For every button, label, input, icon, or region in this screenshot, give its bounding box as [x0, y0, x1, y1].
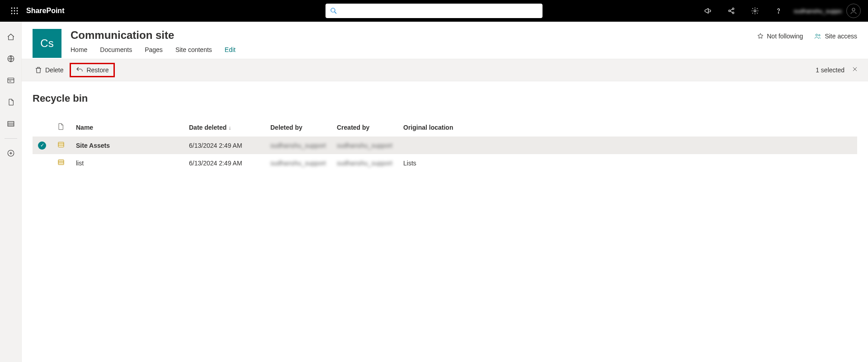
- not-following-label: Not following: [767, 33, 803, 40]
- svg-point-0: [11, 8, 13, 9]
- search-input[interactable]: [341, 7, 538, 14]
- col-loc-label: Original location: [403, 124, 453, 131]
- col-name-label: Name: [76, 124, 93, 131]
- help-icon[interactable]: [768, 0, 789, 22]
- row-select-cell[interactable]: ✓: [33, 154, 52, 172]
- svg-point-3: [11, 10, 13, 12]
- rail-file-icon[interactable]: [0, 92, 22, 112]
- delete-label: Delete: [45, 66, 63, 74]
- restore-button[interactable]: Restore: [70, 63, 114, 77]
- row-type-icon-cell: [52, 136, 71, 154]
- col-original-location[interactable]: Original location: [398, 118, 857, 136]
- table-row[interactable]: ✓list6/13/2024 2:49 AMsudhanshu_supports…: [33, 154, 857, 172]
- svg-point-17: [778, 13, 778, 13]
- file-icon: [57, 122, 64, 131]
- svg-point-9: [331, 8, 335, 12]
- avatar[interactable]: [846, 4, 861, 18]
- app-launcher-button[interactable]: [4, 0, 25, 22]
- svg-point-7: [14, 13, 15, 14]
- svg-rect-33: [58, 142, 64, 147]
- nav-documents[interactable]: Documents: [100, 46, 132, 53]
- site-logo[interactable]: Cs: [33, 29, 61, 58]
- topbar-right: sudhanshu_suppo: [697, 0, 864, 22]
- sort-desc-icon: ↓: [228, 125, 231, 131]
- svg-point-18: [852, 8, 855, 11]
- svg-line-14: [730, 9, 732, 10]
- list-icon: [57, 159, 65, 167]
- clear-selection-button[interactable]: [850, 64, 860, 76]
- row-name[interactable]: Site Assets: [71, 136, 184, 154]
- col-name[interactable]: Name: [71, 118, 184, 136]
- restore-label: Restore: [86, 66, 108, 74]
- star-icon: [757, 33, 764, 40]
- svg-point-16: [754, 10, 756, 12]
- row-name[interactable]: list: [71, 154, 184, 172]
- rail-news-icon[interactable]: [0, 71, 22, 90]
- svg-point-11: [728, 10, 730, 12]
- row-original-location: Lists: [398, 154, 857, 172]
- rail-home-icon[interactable]: [0, 27, 22, 47]
- svg-point-1: [14, 8, 15, 9]
- svg-point-29: [816, 34, 818, 36]
- nav-pages[interactable]: Pages: [145, 46, 163, 53]
- search-box[interactable]: [326, 4, 542, 18]
- row-date-deleted: 6/13/2024 2:49 AM: [184, 154, 265, 172]
- site-header: Cs Communication site Home Documents Pag…: [22, 22, 868, 59]
- megaphone-icon[interactable]: [697, 0, 719, 22]
- content-area: Recycle bin Name Date deleted↓ Deleted b…: [22, 81, 868, 362]
- col-date-deleted[interactable]: Date deleted↓: [184, 118, 265, 136]
- row-select-cell[interactable]: ✓: [33, 136, 52, 154]
- row-type-icon-cell: [52, 154, 71, 172]
- svg-point-13: [732, 12, 734, 14]
- search-icon: [330, 7, 337, 14]
- svg-line-10: [335, 12, 336, 14]
- site-access-button[interactable]: Site access: [814, 33, 857, 40]
- site-access-label: Site access: [825, 33, 857, 40]
- main-area: Cs Communication site Home Documents Pag…: [22, 22, 868, 362]
- brand-label: SharePoint: [26, 7, 64, 15]
- recycle-bin-table: Name Date deleted↓ Deleted by Created by…: [33, 118, 857, 172]
- selected-count-label: 1 selected: [816, 66, 844, 74]
- share-icon[interactable]: [721, 0, 742, 22]
- global-topbar: SharePoint sudhanshu_suppo: [0, 0, 868, 22]
- site-title[interactable]: Communication site: [71, 29, 757, 42]
- list-icon: [57, 141, 65, 150]
- row-deleted-by: sudhanshu_support: [265, 136, 331, 154]
- close-icon: [852, 66, 858, 72]
- col-type-icon[interactable]: [52, 118, 71, 136]
- svg-point-2: [17, 8, 18, 9]
- rail-globe-icon[interactable]: [0, 49, 22, 69]
- row-created-by: sudhanshu_support: [331, 136, 398, 154]
- delete-button[interactable]: Delete: [30, 63, 68, 77]
- row-created-by: sudhanshu_support: [331, 154, 398, 172]
- command-bar: Delete Restore 1 selected: [22, 59, 868, 81]
- svg-point-8: [17, 13, 18, 14]
- rail-list-icon[interactable]: [0, 114, 22, 134]
- nav-edit[interactable]: Edit: [225, 46, 236, 53]
- check-icon: ✓: [38, 141, 46, 150]
- site-actions: Not following Site access: [757, 33, 857, 40]
- page-title: Recycle bin: [33, 93, 857, 104]
- nav-site-contents[interactable]: Site contents: [175, 46, 212, 53]
- svg-point-6: [11, 13, 13, 14]
- svg-point-4: [14, 10, 15, 12]
- site-nav: Home Documents Pages Site contents Edit: [71, 46, 757, 59]
- rail-add-icon[interactable]: [0, 143, 22, 163]
- rail-separator: [5, 138, 17, 139]
- svg-rect-23: [8, 122, 14, 127]
- col-crby-label: Created by: [337, 124, 369, 131]
- col-created-by[interactable]: Created by: [331, 118, 398, 136]
- svg-rect-36: [58, 160, 64, 165]
- table-row[interactable]: ✓Site Assets6/13/2024 2:49 AMsudhanshu_s…: [33, 136, 857, 154]
- undo-icon: [75, 66, 84, 74]
- trash-icon: [34, 66, 42, 74]
- svg-point-12: [732, 8, 734, 10]
- row-original-location: [398, 136, 857, 154]
- people-icon: [814, 33, 822, 40]
- gear-icon[interactable]: [744, 0, 766, 22]
- svg-point-5: [17, 10, 18, 12]
- row-deleted-by: sudhanshu_support: [265, 154, 331, 172]
- nav-home[interactable]: Home: [71, 46, 87, 53]
- not-following-button[interactable]: Not following: [757, 33, 803, 40]
- col-deleted-by[interactable]: Deleted by: [265, 118, 331, 136]
